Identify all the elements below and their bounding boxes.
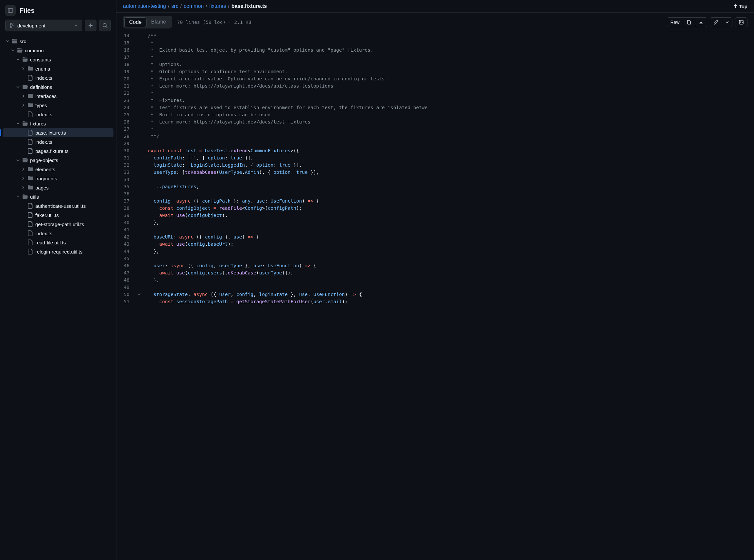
chevron-right-icon	[21, 94, 25, 98]
code-line[interactable]: 49	[116, 284, 754, 291]
code-line[interactable]: 19 * Global options to configure test en…	[116, 68, 754, 75]
tree-folder[interactable]: common	[3, 46, 114, 55]
symbols-group	[735, 17, 748, 27]
action-buttons: Raw	[667, 17, 748, 27]
code-line[interactable]: 42 baseURL: async ({ config }, use) => {	[116, 233, 754, 240]
breadcrumb-link[interactable]: fixtures	[209, 3, 226, 9]
tree-folder[interactable]: interfaces	[3, 92, 114, 101]
breadcrumb-separator: /	[180, 3, 181, 9]
code-line[interactable]: 38 const configObject = readFile<Config>…	[116, 204, 754, 212]
line-content	[142, 255, 148, 262]
line-number: 26	[116, 118, 136, 125]
tree-folder[interactable]: enums	[3, 64, 114, 73]
code-line[interactable]: 25 * Built-in and custom options can be …	[116, 111, 754, 118]
code-line[interactable]: 51 const sessionStoragePath = getStorage…	[116, 298, 754, 305]
code-line[interactable]: 44 },	[116, 248, 754, 255]
edit-dropdown-button[interactable]	[722, 18, 732, 27]
tab-code[interactable]: Code	[124, 17, 147, 27]
tree-file[interactable]: index.ts	[3, 73, 114, 82]
code-line[interactable]: 31 configPath: ['', { option: true }],	[116, 154, 754, 161]
code-line[interactable]: 34	[116, 176, 754, 183]
code-line[interactable]: 23 * Fixtures:	[116, 97, 754, 104]
code-line[interactable]: 14/**	[116, 32, 754, 39]
tree-folder[interactable]: constants	[3, 55, 114, 64]
code-line[interactable]: 18 * Options:	[116, 61, 754, 68]
tree-folder[interactable]: pages	[3, 183, 114, 192]
code-line[interactable]: 17 *	[116, 54, 754, 61]
code-line[interactable]: 37 config: async ({ configPath }: any, u…	[116, 197, 754, 204]
tree-file[interactable]: index.ts	[3, 229, 114, 238]
add-file-button[interactable]	[85, 20, 96, 32]
code-line[interactable]: 28 **/	[116, 133, 754, 140]
code-viewer[interactable]: 14/**15 *16 * Extend basic test object b…	[116, 32, 754, 560]
fold-gutter	[136, 104, 142, 111]
code-line[interactable]: 45	[116, 255, 754, 262]
search-button[interactable]	[99, 20, 111, 32]
file-tree[interactable]: srccommonconstantsenumsindex.tsdefinitio…	[0, 35, 116, 560]
tree-file[interactable]: index.ts	[3, 137, 114, 146]
tree-file[interactable]: pages.fixture.ts	[3, 146, 114, 156]
copy-button[interactable]	[683, 18, 695, 27]
breadcrumb-link[interactable]: common	[184, 3, 204, 9]
folder-icon	[27, 93, 33, 99]
code-line[interactable]: 27 *	[116, 125, 754, 133]
tree-file[interactable]: base.fixture.ts	[3, 128, 114, 137]
tree-folder[interactable]: types	[3, 101, 114, 110]
download-button[interactable]	[695, 18, 707, 27]
code-line[interactable]: 30export const test = baseTest.extend<Co…	[116, 147, 754, 154]
code-line[interactable]: 47 await use(config.users[toKebabCase(us…	[116, 269, 754, 276]
chevron-down-icon	[726, 21, 729, 24]
raw-button[interactable]: Raw	[667, 18, 683, 27]
code-line[interactable]: 32 loginState: [LoginState.LoggedIn, { o…	[116, 161, 754, 168]
code-line[interactable]: 33 userType: [toKebabCase(UserType.Admin…	[116, 168, 754, 176]
code-line[interactable]: 20 * Expect a default value. Option valu…	[116, 75, 754, 82]
tree-folder[interactable]: src	[3, 37, 114, 46]
code-line[interactable]: 22 *	[116, 89, 754, 97]
fold-gutter	[136, 190, 142, 197]
code-line[interactable]: 43 await use(config.baseUrl);	[116, 240, 754, 248]
scroll-to-top-button[interactable]: Top	[733, 4, 748, 9]
tree-file[interactable]: get-storage-path.util.ts	[3, 220, 114, 229]
code-line[interactable]: 24 * Test fixtures are used to establish…	[116, 104, 754, 111]
symbols-button[interactable]	[735, 18, 747, 27]
code-line[interactable]: 50 storageState: async ({ user, config, …	[116, 291, 754, 298]
line-number: 39	[116, 212, 136, 219]
tree-folder[interactable]: fixtures	[3, 119, 114, 128]
folder-icon	[17, 47, 23, 53]
code-line[interactable]: 46 user: async ({ config, userType }, us…	[116, 262, 754, 269]
tree-file[interactable]: read-file.util.ts	[3, 238, 114, 247]
code-line[interactable]: 16 * Extend basic test object by providi…	[116, 46, 754, 54]
tree-folder[interactable]: definitions	[3, 82, 114, 92]
tab-blame[interactable]: Blame	[147, 17, 170, 27]
code-line[interactable]: 36	[116, 190, 754, 197]
edit-button[interactable]	[710, 18, 722, 27]
code-line[interactable]: 15 *	[116, 39, 754, 46]
code-line[interactable]: 39 await use(configObject);	[116, 212, 754, 219]
line-content: *	[142, 89, 153, 97]
tree-file[interactable]: faker.util.ts	[3, 211, 114, 220]
code-line[interactable]: 41	[116, 226, 754, 233]
code-line[interactable]: 26 * Learn more: https://playwright.dev/…	[116, 118, 754, 125]
tree-folder[interactable]: elements	[3, 165, 114, 174]
breadcrumb-link[interactable]: automation-testing	[123, 3, 166, 9]
tree-file[interactable]: relogin-required.util.ts	[3, 247, 114, 256]
tree-folder[interactable]: fragments	[3, 174, 114, 183]
sidebar-title: Files	[20, 7, 35, 14]
tree-folder[interactable]: page-objects	[3, 156, 114, 165]
breadcrumb: automation-testing / src / common / fixt…	[123, 3, 267, 9]
tree-folder[interactable]: utils	[3, 192, 114, 201]
branch-selector[interactable]: development	[5, 20, 82, 32]
code-line[interactable]: 40 },	[116, 219, 754, 226]
panel-toggle-icon[interactable]	[5, 5, 16, 16]
fold-gutter[interactable]	[136, 291, 142, 298]
line-content: baseURL: async ({ config }, use) => {	[142, 233, 259, 240]
code-line[interactable]: 35 ...pageFixtures,	[116, 183, 754, 190]
tree-file[interactable]: authenticate-user.util.ts	[3, 201, 114, 211]
fold-gutter	[136, 39, 142, 46]
chevron-down-icon	[75, 24, 78, 27]
code-line[interactable]: 48 },	[116, 276, 754, 284]
code-line[interactable]: 21 * Learn more: https://playwright.dev/…	[116, 82, 754, 89]
tree-file[interactable]: index.ts	[3, 110, 114, 119]
breadcrumb-link[interactable]: src	[171, 3, 178, 9]
code-line[interactable]: 29	[116, 140, 754, 147]
